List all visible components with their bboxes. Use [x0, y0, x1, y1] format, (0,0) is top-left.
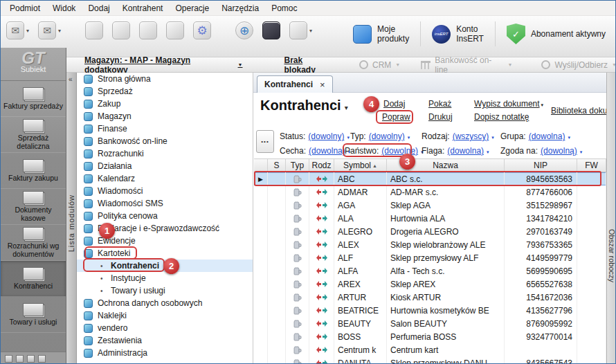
- filter-value[interactable]: (dowolne): [381, 146, 418, 156]
- tree-item-strona-główna[interactable]: Strona główna: [77, 73, 253, 85]
- column-header-rodz[interactable]: Rodz: [309, 159, 334, 172]
- tree-item-ewidencje[interactable]: Ewidencje: [77, 235, 253, 247]
- status-mini-icon[interactable]: [27, 355, 35, 363]
- menu-item-kontrahent[interactable]: Kontrahent: [116, 1, 170, 15]
- filter-value[interactable]: (dowolną): [541, 146, 577, 156]
- table-row[interactable]: ALA Hurtownia ALA 1341784210: [254, 212, 606, 225]
- table-row[interactable]: AGA Sklep AGA 3515298967: [254, 199, 606, 212]
- module-dokumenty-kasowe[interactable]: Dokumenty kasowe: [1, 189, 66, 225]
- column-header-nip[interactable]: NIP: [505, 159, 577, 172]
- drukuj-link[interactable]: Drukuj: [428, 112, 453, 122]
- tree-item-kontrahenci[interactable]: • Kontrahenci: [77, 260, 253, 272]
- cube-icon[interactable]: [262, 21, 280, 39]
- menu-item-widok[interactable]: Widok: [46, 1, 82, 15]
- tree-item-naklejki[interactable]: Naklejki: [77, 309, 253, 322]
- wyslij-odbierz-button[interactable]: Wyślij/Odbierz ▼: [541, 60, 616, 70]
- tree-item-zestawienia[interactable]: Zestawienia: [77, 334, 253, 347]
- filter-value[interactable]: (wszyscy): [453, 131, 489, 141]
- tree-item-deklaracje-i-e-sprawozdawczość[interactable]: Deklaracje i e-Sprawozdawczość: [77, 222, 253, 235]
- collapse-chevron-icon[interactable]: «: [69, 75, 73, 83]
- table-row[interactable]: ADMAR AD-MAR s.c. 8774766006: [254, 185, 606, 199]
- status-mini-icon[interactable]: [16, 355, 24, 363]
- eraser-icon[interactable]: [112, 21, 130, 39]
- table-row[interactable]: BEATRICE Hurtownia kosmetyków BE 4135627…: [254, 304, 606, 317]
- tree-item-finanse[interactable]: Finanse: [77, 122, 253, 135]
- tree-item-polityka-cenowa[interactable]: Polityka cenowa: [77, 210, 253, 222]
- cash-register-icon[interactable]: [85, 21, 103, 39]
- table-row[interactable]: AREX Sklep AREX 6565527638: [254, 277, 606, 291]
- table-row[interactable]: BOSS Perfumeria BOSS 9324770014: [254, 330, 606, 343]
- tab-kontrahenci[interactable]: Kontrahenci ×: [257, 75, 333, 93]
- tree-item-bankowość-on-line[interactable]: Bankowość on-line: [77, 135, 253, 147]
- new-message-icon[interactable]: ✉ ▾: [38, 21, 61, 39]
- tree-item-ochrona-danych-osobowych[interactable]: Ochrona danych osobowych: [77, 297, 253, 309]
- menu-item-narzędzia[interactable]: Narzędzia: [215, 1, 265, 15]
- konto-insert-button[interactable]: insERT Konto InsERT: [426, 23, 489, 45]
- module-towary-i-usługi[interactable]: Towary i usługi: [1, 297, 66, 333]
- chevron-down-icon[interactable]: ▾: [345, 104, 348, 111]
- column-header-fw[interactable]: FW: [577, 159, 606, 172]
- table-row[interactable]: BEAUTY Salon BEAUTY 8769095992: [254, 317, 606, 330]
- module-sprzedaż-detaliczna[interactable]: Sprzedaż detaliczna: [1, 117, 66, 153]
- module-faktury-zakupu[interactable]: Faktury zakupu: [1, 153, 66, 189]
- more-filters-button[interactable]: •••: [256, 130, 274, 153]
- documents-stack-icon[interactable]: [139, 21, 157, 39]
- table-row[interactable]: ALF Sklep przemysłowy ALF 4149599779: [254, 251, 606, 264]
- filter-value[interactable]: (dowolny): [308, 131, 344, 141]
- module-faktury-sprzedaży[interactable]: Faktury sprzedaży: [1, 81, 66, 117]
- pokaz-link[interactable]: Pokaż: [428, 99, 451, 109]
- coins-icon[interactable]: [166, 21, 184, 39]
- tree-item-sprzedaż[interactable]: Sprzedaż: [77, 85, 253, 98]
- tree-item-rozrachunki[interactable]: Rozrachunki: [77, 147, 253, 160]
- tree-item-działania[interactable]: Działania: [77, 160, 253, 172]
- send-receive-icon[interactable]: ✉ ▾: [6, 21, 29, 39]
- column-header-typ[interactable]: Typ: [286, 159, 309, 172]
- magazyn-selector[interactable]: Magazyn: - MAP - Magazyn dodatkowy ▼: [84, 55, 243, 75]
- table-row[interactable]: ALFA Alfa - Tech s.c. 5699590695: [254, 264, 606, 277]
- tree-item-magazyn[interactable]: Magazyn: [77, 110, 253, 122]
- tree-item-administracja[interactable]: Administracja: [77, 347, 253, 359]
- table-row[interactable]: ALEGRO Drogeria ALEGRO 2970163749: [254, 225, 606, 238]
- module-rozrachunki-wg-dokumentów[interactable]: Rozrachunki wg dokumentów: [1, 225, 66, 261]
- dodaj-link[interactable]: Dodaj: [383, 99, 405, 109]
- tree-item-zakup[interactable]: Zakup: [77, 98, 253, 110]
- table-row[interactable]: ALEX Sklep wielobranżowy ALE 7936753365: [254, 238, 606, 251]
- close-icon[interactable]: ×: [320, 80, 325, 90]
- filter-value[interactable]: (dowolny): [369, 131, 405, 141]
- column-header-symbol[interactable]: Symbol ▲: [334, 159, 387, 172]
- status-mini-icon[interactable]: [5, 355, 12, 363]
- wypisz-dokument-link[interactable]: Wypisz dokument▾: [474, 99, 543, 109]
- table-row[interactable]: Centrum k Centrum kart: [254, 343, 606, 356]
- tree-item-towary-i-usługi[interactable]: • Towary i usługi: [77, 284, 253, 297]
- bankowosc-button[interactable]: Bankowość on-line ▼: [421, 55, 512, 75]
- globe-icon[interactable]: ⊕: [235, 21, 253, 39]
- filter-value[interactable]: (dowolna): [309, 146, 345, 156]
- abonament-button[interactable]: ✓ Abonament aktywny: [501, 22, 611, 46]
- menu-item-operacje[interactable]: Operacje: [169, 1, 215, 15]
- column-header-nazwa[interactable]: Nazwa: [387, 159, 505, 172]
- pitcher-icon[interactable]: ▾: [289, 21, 312, 39]
- column-header-s[interactable]: S: [268, 159, 286, 172]
- crm-button[interactable]: CRM ▼: [359, 60, 400, 70]
- popraw-link[interactable]: Popraw: [382, 112, 410, 122]
- settings-gear-icon[interactable]: ⚙: [193, 21, 211, 39]
- column-header-selector[interactable]: [254, 159, 268, 172]
- filter-value[interactable]: (dowolna): [447, 146, 484, 156]
- module-kontrahenci[interactable]: Kontrahenci: [1, 261, 66, 297]
- table-row[interactable]: ARTUR Kiosk ARTUR 1541672036: [254, 291, 606, 304]
- tree-item-wiadomości[interactable]: Wiadomości: [77, 185, 253, 197]
- tree-item-instytucje[interactable]: • Instytucje: [77, 272, 253, 284]
- tree-item-vendero[interactable]: vendero: [77, 322, 253, 334]
- tree-item-kartoteki[interactable]: Kartoteki: [77, 247, 253, 260]
- tree-item-kalendarz[interactable]: Kalendarz: [77, 172, 253, 185]
- brak-blokady-link[interactable]: Brak blokady: [284, 55, 336, 75]
- page-title[interactable]: Kontrahenci ▾: [260, 98, 348, 113]
- moje-produkty-button[interactable]: Moje produkty: [347, 23, 415, 45]
- menu-item-podmiot[interactable]: Podmiot: [3, 1, 46, 15]
- status-mini-icon[interactable]: [38, 355, 46, 363]
- filter-value[interactable]: (dowolna): [529, 131, 565, 141]
- dopisz-notatke-link[interactable]: Dopisz notatkę: [474, 112, 529, 122]
- tree-item-wiadomości-sms[interactable]: Wiadomości SMS: [77, 197, 253, 210]
- table-row[interactable]: DANUTA Sklep przemysłowy DANU 8435667543: [254, 356, 606, 364]
- table-row[interactable]: ▶ ABC ABC s.c. 8945653563: [254, 172, 606, 185]
